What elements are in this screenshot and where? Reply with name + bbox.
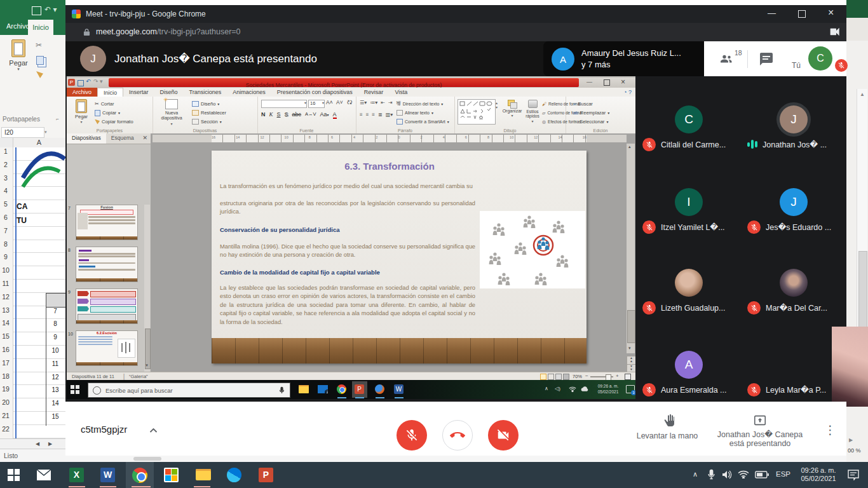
maximize-button[interactable] bbox=[798, 10, 806, 18]
format-painter-button[interactable]: Copiar formato bbox=[95, 118, 133, 126]
tab-transiciones[interactable]: Transiciones bbox=[184, 88, 227, 97]
panel-scrollbar[interactable]: ▼ bbox=[144, 205, 150, 372]
chat-icon[interactable] bbox=[759, 51, 774, 67]
strike-icon[interactable]: abc bbox=[292, 111, 302, 119]
taskbar-mail-icon[interactable] bbox=[36, 469, 51, 481]
slide-thumbnail-10[interactable]: 6.2.Escisión bbox=[76, 330, 138, 366]
copy-button[interactable]: Copiar▾ bbox=[95, 109, 120, 117]
ppt-minimize-icon[interactable]: — bbox=[587, 79, 592, 85]
align-right-icon[interactable]: ≡ bbox=[372, 112, 375, 118]
text-direction-button[interactable]: ⇅Dirección del texto▾ bbox=[397, 100, 443, 108]
ppt-scroll-up-icon[interactable]: ▴ bbox=[628, 144, 631, 149]
taskbar-chrome-active-slot[interactable] bbox=[126, 462, 154, 488]
participant-tile-leyla[interactable]: Leyla Mar�a P... bbox=[747, 383, 826, 396]
fit-window-icon[interactable] bbox=[625, 374, 631, 380]
scroll-right-icon[interactable]: ▶ bbox=[849, 437, 853, 443]
participant-tile-itzel[interactable]: Itzel Yamilet L�... bbox=[642, 220, 725, 234]
inner-chrome-icon[interactable] bbox=[337, 384, 346, 394]
panel-scroll-down-icon[interactable]: ▼ bbox=[145, 363, 149, 367]
excel-paste-button[interactable]: Pegar ▾ bbox=[8, 39, 29, 78]
search-mic-icon[interactable] bbox=[279, 386, 285, 395]
ppt-scroll-thumb[interactable] bbox=[627, 310, 635, 343]
tray-chevron-icon[interactable]: ∧ bbox=[693, 470, 698, 478]
align-center-icon[interactable]: ≡ bbox=[366, 112, 369, 118]
cut-button[interactable]: ✂Cortar bbox=[95, 100, 114, 108]
taskbar-explorer-icon[interactable] bbox=[196, 469, 211, 480]
inner-explorer-icon[interactable] bbox=[299, 385, 309, 393]
zoom-slider[interactable] bbox=[590, 376, 613, 377]
excel-tab-archivo[interactable]: Archivo bbox=[6, 22, 30, 30]
tab-archivo[interactable]: Archivo bbox=[67, 88, 97, 97]
ppt-restore-icon[interactable] bbox=[604, 79, 610, 86]
taskbar-ppt-icon[interactable]: P bbox=[259, 468, 273, 482]
taskbar-store-icon[interactable] bbox=[164, 468, 179, 482]
paste-button[interactable]: Pegar▾ bbox=[72, 99, 91, 124]
tab-inicio[interactable]: Inicio bbox=[97, 88, 123, 97]
fontcolor-icon[interactable]: A bbox=[333, 111, 337, 119]
tray-clock[interactable]: 09:26 a. m.05/02/2021 bbox=[796, 466, 841, 483]
hang-up-button[interactable] bbox=[442, 420, 473, 451]
taskbar-excel-icon[interactable]: X bbox=[69, 468, 84, 482]
ppt-close-icon[interactable]: × bbox=[621, 78, 625, 86]
inner-tray-chevron-icon[interactable]: ∧ bbox=[545, 386, 548, 391]
slide-thumbnail-8[interactable] bbox=[76, 247, 138, 282]
tab-revisar[interactable]: Revisar bbox=[358, 88, 390, 97]
tray-mic-icon[interactable] bbox=[707, 469, 715, 480]
numbering-icon[interactable]: ≔▾ bbox=[370, 100, 377, 105]
tray-speaker-icon[interactable] bbox=[722, 470, 733, 479]
view-slideshow-icon[interactable] bbox=[563, 374, 569, 380]
participant-tile-lizeth[interactable]: Lizeth Guadalup... bbox=[642, 301, 725, 315]
zoom-in-icon[interactable]: + bbox=[616, 373, 619, 379]
tab-vista[interactable]: Vista bbox=[389, 88, 413, 97]
shrink-font-icon[interactable]: A˅ bbox=[336, 99, 343, 105]
action-center-icon[interactable] bbox=[848, 470, 859, 480]
inner-notification-icon[interactable]: 3 bbox=[626, 385, 635, 393]
find-button[interactable]: ⌕Buscar bbox=[573, 100, 593, 108]
qat-redo-icon[interactable]: ↷ ▾ bbox=[93, 78, 103, 85]
organize-button[interactable]: Organizar▾ bbox=[501, 100, 523, 118]
excel-name-box[interactable]: I20 bbox=[1, 127, 44, 138]
sheet-next-icon[interactable]: ▶ bbox=[48, 441, 52, 447]
excel-undo-icon[interactable]: ↶ ▾ bbox=[44, 5, 57, 14]
justify-icon[interactable]: ≣ bbox=[378, 112, 383, 118]
tab-presentacion[interactable]: Presentación con diapositivas bbox=[271, 88, 358, 97]
slide-thumbnail-9[interactable] bbox=[76, 288, 138, 324]
raise-hand-button[interactable]: Levantar la mano bbox=[610, 414, 724, 440]
tray-language[interactable]: ESP bbox=[776, 470, 790, 478]
view-normal-icon[interactable] bbox=[540, 374, 546, 380]
zoom-out-icon[interactable]: − bbox=[585, 373, 588, 379]
presenting-status[interactable]: Jonathan Jos� Canepa está presentando bbox=[709, 414, 811, 448]
ppt-scrollbar[interactable]: ▴ ▾ bbox=[627, 144, 635, 353]
indent-dec-icon[interactable]: ⇤ bbox=[381, 100, 385, 105]
dialog-launcher-icon[interactable]: ⌐ bbox=[56, 116, 59, 122]
excel-tab-inicio[interactable]: Inicio bbox=[28, 20, 53, 35]
italic-icon[interactable]: K bbox=[269, 111, 273, 119]
font-size-combo[interactable]: 16▾ bbox=[308, 100, 325, 108]
inner-word-icon[interactable]: W bbox=[394, 384, 403, 394]
quick-styles-button[interactable]: Estilos rápidos▾ bbox=[523, 100, 542, 123]
tray-wifi-icon[interactable] bbox=[738, 470, 749, 478]
participant-tile-jonathan[interactable]: Jonathan Jos� ... bbox=[747, 138, 827, 151]
chrome-titlebar[interactable]: Meet - trv-ibgi-pju - Google Chrome — × bbox=[65, 5, 846, 23]
indent-inc-icon[interactable]: ⇥ bbox=[388, 100, 393, 105]
camera-allowed-icon[interactable] bbox=[830, 27, 840, 36]
tab-insertar[interactable]: Insertar bbox=[123, 88, 154, 97]
more-options-icon[interactable]: ⋮ bbox=[824, 423, 836, 437]
camera-toggle-button[interactable] bbox=[488, 420, 519, 451]
chrome-urlbar[interactable]: meet.google.com/trv-ibgi-pju?authuser=0 bbox=[65, 23, 846, 41]
tray-battery-icon[interactable] bbox=[755, 471, 769, 478]
url-text[interactable]: meet.google.com/trv-ibgi-pju?authuser=0 bbox=[96, 27, 241, 36]
layout-button[interactable]: Diseño▾ bbox=[192, 100, 219, 108]
close-button[interactable]: × bbox=[828, 7, 834, 18]
cut-icon[interactable]: ✂ bbox=[36, 41, 42, 50]
inner-ppt-active-slot[interactable]: P bbox=[352, 381, 367, 398]
participants-chip[interactable]: A Amaury Del Jesus Ruiz L... y 7 más bbox=[543, 41, 704, 76]
clear-format-icon[interactable]: 🗘 bbox=[347, 99, 353, 105]
ppt-titlebar[interactable]: P ↶ ↷ ▾ Sociedades Mercantiles - Microso… bbox=[67, 78, 635, 88]
inner-firefox-icon[interactable] bbox=[375, 384, 384, 394]
prev-slide-button[interactable]: ▲▲ bbox=[627, 356, 635, 365]
inner-search-box[interactable]: Escribe aquí para buscar bbox=[88, 383, 290, 398]
people-icon[interactable] bbox=[718, 51, 735, 67]
view-reading-icon[interactable] bbox=[555, 374, 562, 380]
case-icon[interactable]: Aa▾ bbox=[320, 111, 329, 119]
